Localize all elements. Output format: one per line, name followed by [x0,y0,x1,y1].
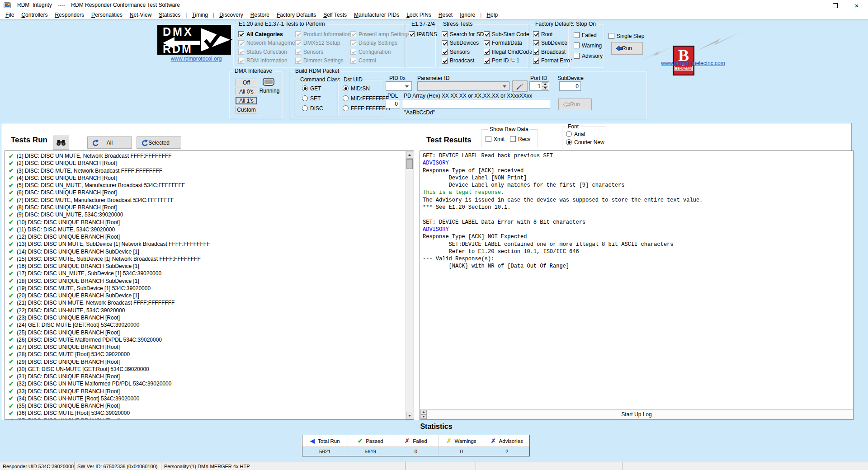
command-class-radio[interactable]: DISC [302,104,323,112]
test-row[interactable]: ✔ (7) DISC: DISC MUTE, Manufacturer Broa… [5,197,406,204]
menu-item[interactable]: Ignore [456,11,479,19]
category-checkbox[interactable]: Network Management [238,39,295,47]
dst-uid-radio[interactable]: FFFF:FFFFFFFF [343,104,392,112]
menu-item[interactable]: Lock PINs [403,11,435,19]
category-checkbox[interactable]: Dimmer Settings [295,57,350,65]
stop-on-checkbox[interactable]: Advisory [574,52,603,60]
command-class-radio[interactable]: GET [302,85,323,92]
ipdns-checkbox[interactable]: IP&DNS [409,30,437,38]
interleave-button[interactable]: All 0's [236,88,257,95]
stress-test-checkbox[interactable]: Port ID != 1 [484,57,529,65]
test-row[interactable]: ✔ (17) DISC: DISC UN_MUTE, SubDevice [1]… [5,270,406,277]
interleave-button[interactable]: Custom [236,106,257,113]
category-checkbox[interactable]: Display Settings [350,39,407,47]
command-class-radio[interactable]: SET [302,94,323,102]
test-row[interactable]: ✔ (9) DISC: DISC UN_MUTE, 534C:39020000 [5,211,406,218]
test-row[interactable]: ✔ (16) DISC: DISC UNIQUE BRANCH SubDevic… [5,263,406,270]
test-row[interactable]: ✔ (34) DISC: DISC UN-MUTE [Root] 534C:39… [5,395,406,402]
category-checkbox[interactable]: Sensors [295,48,350,56]
stress-test-checkbox[interactable]: Format/Data [484,39,529,47]
pid-combobox[interactable] [386,81,412,91]
test-row[interactable]: ✔ (24) GET: DISC MUTE [GET:Root] 534C:39… [5,321,406,329]
edit-parameter-button[interactable] [512,80,528,92]
rerun-all-button[interactable]: All [87,136,132,149]
menu-item[interactable]: Personalities [88,11,126,19]
test-row[interactable]: ✔ (37) DISC: DISC UNIQUE BRANCH [Root] [5,417,406,420]
factory-default-checkbox[interactable]: Format Error [533,57,569,65]
menu-item[interactable]: Discovery [216,11,247,19]
test-row[interactable]: ✔ (2) DISC: DISC UNIQUE BRANCH [Root] [5,160,406,167]
tests-list-scrollbar[interactable] [406,151,414,419]
font-radio[interactable]: Arial [566,130,604,138]
category-checkbox[interactable]: Status Collection [238,48,295,56]
test-row[interactable]: ✔ (35) DISC: DISC UNIQUE BRANCH [Root] [5,402,406,409]
test-row[interactable]: ✔ (1) DISC: DISC UN MUTE, Network Broadc… [5,152,406,160]
stop-on-checkbox[interactable]: Warning [574,42,603,49]
packet-run-button[interactable]: Run [558,99,592,110]
menu-item[interactable]: Restore [247,11,273,19]
test-row[interactable]: ✔ (4) DISC: DISC UNIQUE BRANCH [Root] [5,174,406,182]
category-checkbox[interactable]: Product Information [295,30,350,38]
stress-test-checkbox[interactable]: Illegal CmdCode [484,48,529,56]
menu-item[interactable]: Statistics [155,11,184,19]
stress-test-checkbox[interactable]: SubDevices [442,39,484,47]
test-row[interactable]: ✔ (26) DISC: DISC MUTE Malformed PD/PDL … [5,336,406,343]
menu-item[interactable]: Net-View [126,11,155,19]
test-row[interactable]: ✔ (32) DISC: DISC UN-MUTE Malformed PD/P… [5,380,406,387]
menu-item[interactable]: | [212,11,216,19]
scroll-up-icon[interactable] [406,151,413,159]
pdl-field[interactable]: 0 [386,99,400,108]
test-row[interactable]: ✔ (3) DISC: DISC MUTE, Network Broadcast… [5,167,406,174]
test-row[interactable]: ✔ (10) DISC: DISC UNIQUE BRANCH [Root] [5,218,406,226]
test-row[interactable]: ✔ (30) GET: DISC UN-MUTE [GET:Root] 534C… [5,366,406,373]
test-row[interactable]: ✔ (8) DISC: DISC UNIQUE BRANCH [Root] [5,204,406,211]
startup-log-label[interactable]: Start Up Log [621,411,651,418]
test-row[interactable]: ✔ (31) DISC: DISC UNIQUE BRANCH [Root] [5,373,406,380]
recv-checkbox[interactable]: Recv [510,135,530,143]
category-checkbox[interactable]: Configuration [350,48,407,56]
stress-test-checkbox[interactable]: Sub-Start Code [484,30,529,38]
dst-uid-radio[interactable]: MID:FFFFFFFF [343,94,392,102]
restore-icon[interactable] [827,0,843,11]
stress-test-checkbox[interactable]: Broadcast [442,57,484,65]
category-checkbox[interactable]: Control [350,57,407,65]
menu-item[interactable]: Manufacturer PIDs [350,11,403,19]
test-row[interactable]: ✔ (11) DISC: DISC MUTE, 534C:39020000 [5,226,406,233]
test-row[interactable]: ✔ (20) DISC: DISC UNIQUE BRANCH SubDevic… [5,292,406,299]
test-row[interactable]: ✔ (21) DISC: DISC UN MUTE, Network Broad… [5,299,406,306]
test-row[interactable]: ✔ (28) DISC: DISC MUTE [Root] 534C:39020… [5,351,406,358]
stress-test-checkbox[interactable]: Search for SDs [442,30,484,38]
test-row[interactable]: ✔ (15) DISC: DISC MUTE, SubDevice [1] Ne… [5,255,406,263]
test-row[interactable]: ✔ (23) DISC: DISC UNIQUE BRANCH [Root] [5,314,406,321]
stress-test-checkbox[interactable]: Sensors [442,48,484,56]
test-row[interactable]: ✔ (6) DISC: DISC UNIQUE BRANCH [Root] [5,189,406,196]
menu-item[interactable]: File [2,11,18,19]
category-checkbox[interactable]: Power/Lamp Settings [350,30,407,38]
menu-item[interactable]: Timing [188,11,212,19]
menu-item[interactable]: Factory Defaults [273,11,320,19]
category-checkbox[interactable]: DMX512 Setup [295,39,350,47]
interleave-button[interactable]: Off [236,79,257,86]
test-row[interactable]: ✔ (22) DISC: DISC UN-MUTE, 534C:39020000 [5,307,406,314]
test-row[interactable]: ✔ (36) DISC: DISC MUTE [Root] 534C:39020… [5,409,406,417]
scroll-down-icon[interactable] [406,412,413,419]
single-step-checkbox[interactable]: Single Step [609,32,644,40]
menu-item[interactable]: Reset [435,11,456,19]
menu-item[interactable]: Responders [51,11,88,19]
pd-array-input[interactable] [402,99,550,108]
menu-item[interactable]: | [479,11,483,19]
category-checkbox[interactable]: RDM Information [238,57,295,65]
close-icon[interactable]: × [849,0,864,11]
minimize-icon[interactable] [806,0,821,11]
menu-item[interactable]: | [184,11,188,19]
menu-item[interactable]: Controllers [18,11,51,19]
run-button[interactable]: Run [611,42,643,55]
results-spinner[interactable] [420,410,427,419]
rdmprotocol-link[interactable]: www.rdmprotocol.org [171,56,222,62]
interleave-button[interactable]: All 1's [236,97,257,104]
menu-item[interactable]: Help [483,11,501,19]
font-radio[interactable]: Courier New [566,138,604,146]
menu-item[interactable]: Self Tests [320,11,350,19]
test-row[interactable]: ✔ (5) DISC: DISC UN_MUTE, Manufacturer B… [5,182,406,189]
test-row[interactable]: ✔ (25) DISC: DISC UNIQUE BRANCH [Root] [5,329,406,336]
